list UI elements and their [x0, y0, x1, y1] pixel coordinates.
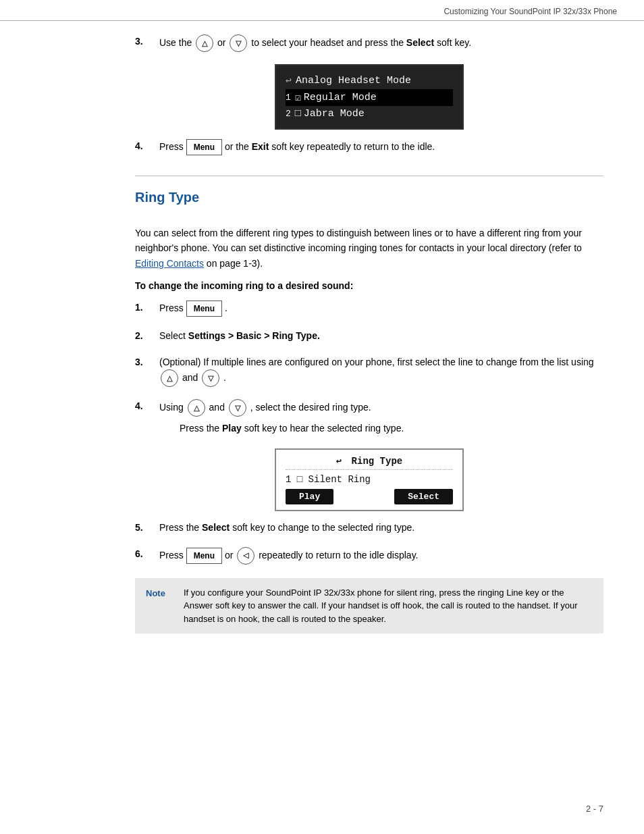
ring-step4-prefix: Using	[159, 402, 184, 413]
ring-step1-prefix: Press	[159, 303, 184, 313]
ring-up-btn	[161, 369, 178, 387]
ring-step-5-num: 5.	[135, 521, 155, 533]
ring-step5-prefix: Press the	[159, 522, 199, 533]
step4-bold: Exit	[252, 141, 269, 152]
ring-down-btn	[202, 369, 219, 387]
ring-step2-bold: Settings > Basic > Ring Type.	[188, 330, 320, 341]
section-divider	[135, 176, 603, 176]
ring-item-row: 1 □ Silent Ring	[286, 474, 453, 485]
ring-step-1-text: Press Menu .	[159, 301, 603, 317]
ring-step4-suffix: , select the desired ring type.	[250, 402, 371, 413]
ring-step4-up-btn	[188, 399, 205, 417]
step-4-text: Press Menu or the Exit soft key repeated…	[159, 139, 603, 155]
ring-step3-prefix: (Optional) If multiple lines are configu…	[159, 357, 594, 367]
ring-step3-period: .	[223, 372, 226, 383]
ring-step-2-text: Select Settings > Basic > Ring Type.	[159, 329, 603, 343]
menu-btn-3: Menu	[186, 548, 222, 564]
bold-heading: To change the incoming ring to a desired…	[135, 280, 603, 291]
regular-mode-label: Regular Mode	[304, 92, 377, 103]
header-text: Customizing Your SoundPoint IP 32x/33x P…	[444, 7, 617, 16]
ring-step-4-block: 4. Using and , select the desired ring t…	[135, 399, 603, 436]
page: Customizing Your SoundPoint IP 32x/33x P…	[0, 0, 644, 834]
row3-index: 2	[286, 109, 291, 119]
row2-checkbox: ☑	[295, 91, 301, 104]
note-label: Note	[146, 586, 173, 600]
ring-step4-sub-prefix: Press the	[180, 423, 219, 434]
ring-step4-and: and	[209, 402, 225, 413]
page-header: Customizing Your SoundPoint IP 32x/33x P…	[0, 0, 644, 21]
section-title: Ring Type	[135, 190, 216, 205]
ring-step-3-block: 3. (Optional) If multiple lines are conf…	[135, 355, 603, 387]
ring-step-6-num: 6.	[135, 547, 155, 559]
ring-step4-sub: Press the Play soft key to hear the sele…	[180, 421, 603, 436]
ring-step3-and: and	[182, 372, 198, 383]
page-footer: 2 - 7	[586, 804, 603, 814]
step4-middle: or the	[225, 141, 249, 152]
play-softkey-btn[interactable]: Play	[286, 489, 333, 504]
ring-step6-suffix: repeatedly to return to the idle display…	[259, 549, 418, 560]
display-row-2: 1 ☑ Regular Mode	[286, 89, 453, 106]
ring-step4-sub-suffix: soft key to hear the selected ring type.	[244, 423, 404, 434]
ring-step6-middle: or	[225, 549, 233, 560]
down-nav-btn	[230, 34, 247, 52]
step3-end: soft key.	[437, 37, 471, 48]
row2-index: 1	[286, 93, 291, 103]
step4-suffix: soft key repeatedly to return to the idl…	[271, 141, 435, 152]
description-para: You can select from the different ring t…	[135, 226, 603, 271]
analog-headset-label: Analog Headset Mode	[296, 75, 411, 86]
step3-prefix: Use the	[159, 37, 192, 48]
phone-display-1: ↩ Analog Headset Mode 1 ☑ Regular Mode 2…	[275, 64, 464, 130]
ring-step-2-block: 2. Select Settings > Basic > Ring Type.	[135, 329, 603, 343]
back-icon-2: ↩	[336, 456, 342, 467]
ring-step-4-num: 4.	[135, 399, 155, 411]
softkeys-row: Play Select	[286, 489, 453, 504]
page-number: 2 - 7	[586, 804, 603, 814]
row3-checkbox: □	[295, 108, 301, 120]
phone-display-2: ↩ Ring Type 1 □ Silent Ring Play Select	[275, 448, 464, 511]
menu-btn-1: Menu	[186, 139, 222, 155]
ring-step6-prefix: Press	[159, 549, 184, 560]
ring-step2-label: Select	[159, 330, 186, 341]
select-softkey-btn[interactable]: Select	[394, 489, 453, 504]
step-3-block: 3. Use the or to select your headset and…	[135, 34, 603, 52]
display-row-3: 2 □ Jabra Mode	[286, 106, 453, 122]
step-3-text: Use the or to select your headset and pr…	[159, 34, 603, 52]
ring-step4-sub-bold: Play	[222, 423, 242, 434]
ring-step-4-text: Using and , select the desired ring type…	[159, 399, 603, 436]
ring-step-3-num: 3.	[135, 355, 155, 367]
ring-step-5-text: Press the Select soft key to change to t…	[159, 521, 603, 535]
ring-step5-bold: Select	[202, 522, 230, 533]
note-text: If you configure your SoundPoint IP 32x/…	[184, 586, 593, 626]
back-icon: ↩	[286, 74, 292, 87]
step-3-num: 3.	[135, 34, 155, 47]
ring-type-title: ↩ Ring Type	[286, 455, 453, 470]
main-content: 3. Use the or to select your headset and…	[0, 21, 644, 660]
step3-suffix: to select your headset and press the	[251, 37, 404, 48]
up-nav-btn	[196, 34, 213, 52]
ring-step-1-block: 1. Press Menu .	[135, 301, 603, 317]
step4-prefix: Press	[159, 141, 184, 152]
ring-step5-suffix: soft key to change to the selected ring …	[232, 522, 414, 533]
menu-btn-2: Menu	[186, 301, 222, 317]
left-nav-btn: ◁	[237, 547, 254, 565]
step3-middle: or	[217, 37, 225, 48]
para1-text: You can select from the different ring t…	[135, 228, 582, 253]
ring-step-3-text: (Optional) If multiple lines are configu…	[159, 355, 603, 387]
display-row-1: ↩ Analog Headset Mode	[286, 72, 453, 89]
step3-bold: Select	[406, 37, 434, 48]
note-box: Note If you configure your SoundPoint IP…	[135, 578, 603, 634]
step-4-num: 4.	[135, 139, 155, 151]
ring-step-2-num: 2.	[135, 329, 155, 341]
ring-step1-period: .	[225, 303, 227, 313]
ring-step-6-text: Press Menu or ◁ repeatedly to return to …	[159, 547, 603, 565]
ring-step-6-block: 6. Press Menu or ◁ repeatedly to return …	[135, 547, 603, 565]
step-4-block: 4. Press Menu or the Exit soft key repea…	[135, 139, 603, 155]
editing-contacts-link[interactable]: Editing Contacts	[135, 258, 204, 269]
jabra-mode-label: Jabra Mode	[304, 108, 365, 120]
ring-step-1-num: 1.	[135, 301, 155, 313]
ring-step4-down-btn	[229, 399, 246, 417]
ring-step-5-block: 5. Press the Select soft key to change t…	[135, 521, 603, 535]
para1-end: on page 1-3).	[207, 258, 263, 269]
